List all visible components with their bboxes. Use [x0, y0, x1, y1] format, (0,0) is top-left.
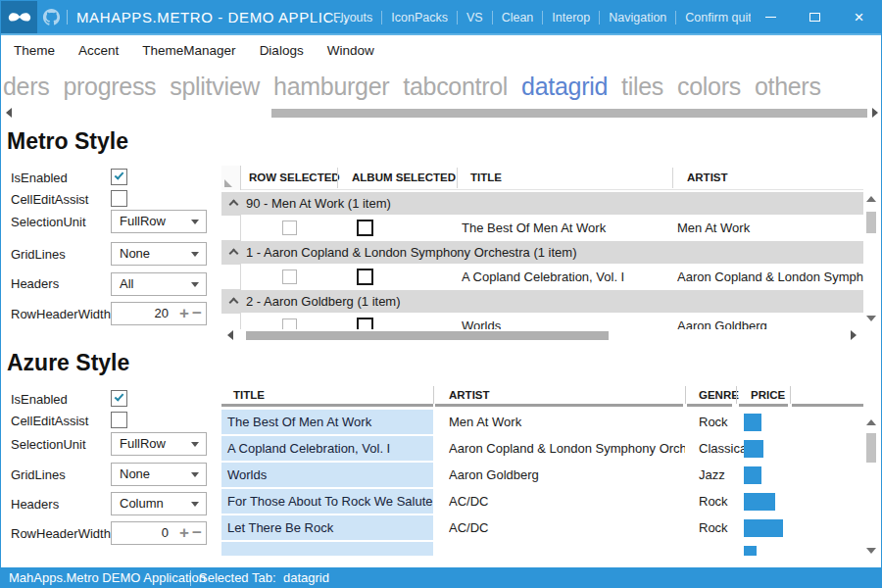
column-header-title[interactable]: TITLE	[221, 383, 433, 407]
celleditassist-checkbox[interactable]	[111, 190, 127, 207]
tab-progress[interactable]: progress	[63, 73, 156, 101]
table-row[interactable]: Worlds Aaron Goldberg Jazz	[221, 463, 863, 489]
titlebar-menu-clean[interactable]: Clean	[493, 11, 543, 24]
row-selected-checkbox[interactable]	[282, 270, 297, 284]
table-row[interactable]: Let There Be Rock AC/DC Rock	[221, 515, 863, 542]
title-cell[interactable]	[221, 542, 433, 556]
title-cell[interactable]: Worlds	[462, 313, 667, 329]
column-header-artist[interactable]: ARTIST	[435, 383, 683, 407]
title-cell[interactable]: The Best Of Men At Work	[462, 215, 667, 241]
close-button[interactable]: ×	[837, 1, 881, 33]
genre-cell[interactable]: Classical	[699, 436, 750, 461]
title-cell[interactable]: Worlds	[221, 463, 433, 487]
tabstrip-scrollbar[interactable]	[2, 107, 882, 120]
scrollbar-thumb[interactable]	[866, 433, 876, 463]
genre-cell[interactable]: Rock	[699, 489, 728, 514]
album-selected-checkbox[interactable]	[357, 220, 373, 236]
stepper-value[interactable]: 20	[155, 303, 169, 324]
select-all-corner[interactable]	[221, 166, 241, 190]
menu-thememanager[interactable]: ThemeManager	[130, 43, 247, 58]
row-header[interactable]	[221, 264, 241, 290]
titlebar-menu-interop[interactable]: Interop	[543, 11, 599, 24]
minus-icon[interactable]: −	[192, 303, 202, 323]
headers-combobox[interactable]: Column	[111, 492, 207, 515]
album-selected-checkbox[interactable]	[357, 318, 373, 329]
title-cell[interactable]: The Best Of Men At Work	[221, 410, 433, 434]
gridlines-combobox[interactable]: None	[111, 242, 207, 266]
titlebar-menu-flyouts[interactable]: Flyouts	[324, 11, 381, 24]
scroll-right-arrow[interactable]	[851, 330, 857, 340]
titlebar-menu-iconpacks[interactable]: IconPacks	[382, 11, 457, 24]
row-header[interactable]	[221, 215, 241, 241]
genre-cell[interactable]: Rock	[699, 515, 728, 540]
group-row[interactable]: 2 - Aaron Goldberg (1 item)	[221, 290, 863, 313]
isenabled-checkbox[interactable]	[111, 169, 127, 185]
scroll-up-arrow[interactable]	[866, 419, 876, 425]
scroll-down-arrow[interactable]	[866, 548, 876, 554]
title-cell[interactable]: For Those About To Rock We Salute You	[221, 489, 433, 514]
column-header-empty[interactable]	[792, 383, 863, 407]
group-row[interactable]: 90 - Men At Work (1 item)	[221, 192, 863, 215]
stepper-value[interactable]: 0	[162, 522, 169, 544]
github-icon[interactable]	[42, 8, 61, 26]
gridlines-combobox[interactable]: None	[111, 463, 207, 486]
scroll-right-arrow[interactable]	[872, 108, 878, 118]
group-row[interactable]: 1 - Aaron Copland & London Symphony Orch…	[221, 241, 863, 264]
table-row[interactable]: The Best Of Men At Work Men At Work	[221, 215, 863, 241]
table-row[interactable]: A Copland Celebration, Vol. I Aaron Copl…	[221, 436, 863, 463]
column-header-price[interactable]: PRICE	[739, 383, 788, 407]
table-row-partial[interactable]	[221, 542, 863, 556]
scrollbar-thumb[interactable]	[271, 109, 867, 118]
artist-cell[interactable]: Aaron Copland & London Symphony Orchestr…	[449, 436, 685, 461]
scroll-left-arrow[interactable]	[227, 330, 233, 340]
album-selected-checkbox[interactable]	[357, 269, 373, 285]
maximize-button[interactable]	[793, 1, 837, 33]
tab-tabcontrol[interactable]: tabcontrol	[403, 73, 508, 101]
menu-accent[interactable]: Accent	[67, 43, 130, 58]
artist-cell[interactable]: Aaron Copland & London Symphony Orchestr…	[677, 264, 863, 290]
tab-tiles[interactable]: tiles	[621, 73, 663, 101]
horizontal-scrollbar[interactable]	[221, 329, 863, 342]
artist-cell[interactable]: Men At Work	[677, 215, 863, 241]
row-selected-checkbox[interactable]	[282, 318, 297, 329]
minimize-button[interactable]	[749, 1, 793, 33]
tab-others[interactable]: others	[755, 73, 821, 101]
artist-cell[interactable]: Men At Work	[449, 410, 685, 434]
table-row-partial[interactable]: Worlds Aaron Goldberg	[221, 313, 863, 329]
artist-cell[interactable]: AC/DC	[449, 489, 685, 514]
menu-theme[interactable]: Theme	[2, 43, 67, 58]
row-selected-checkbox[interactable]	[282, 220, 297, 235]
scroll-left-arrow[interactable]	[6, 108, 12, 118]
title-cell[interactable]: A Copland Celebration, Vol. I	[221, 436, 433, 461]
genre-cell[interactable]: Rock	[699, 410, 728, 434]
titlebar-menu-confirm-quit[interactable]: Confirm quit	[676, 11, 751, 24]
column-header-title[interactable]: TITLE	[457, 166, 502, 190]
table-row[interactable]: The Best Of Men At Work Men At Work Rock	[221, 410, 863, 436]
title-cell[interactable]: A Copland Celebration, Vol. I	[462, 264, 667, 290]
tab-splitview[interactable]: splitview	[170, 73, 260, 101]
artist-cell[interactable]: Aaron Goldberg	[449, 463, 685, 487]
genre-cell[interactable]: Jazz	[699, 463, 725, 487]
artist-cell[interactable]: Aaron Goldberg	[677, 313, 863, 329]
menu-dialogs[interactable]: Dialogs	[248, 43, 316, 58]
titlebar-menu-navigation[interactable]: Navigation	[600, 11, 675, 24]
azure-vertical-scrollbar[interactable]	[864, 416, 878, 560]
table-row[interactable]: A Copland Celebration, Vol. I Aaron Copl…	[221, 264, 863, 290]
celleditassist-checkbox[interactable]	[111, 412, 127, 428]
column-header-album-selected[interactable]: ALBUM SELECTED	[337, 166, 456, 190]
menu-window[interactable]: Window	[316, 43, 386, 58]
scroll-up-arrow[interactable]	[866, 196, 876, 202]
selectionunit-combobox[interactable]: FullRow	[111, 210, 207, 233]
column-header-row-selected[interactable]: ROW SELECTED	[241, 166, 340, 190]
titlebar-menu-vs[interactable]: VS	[458, 11, 492, 24]
rowheaderwidth-stepper[interactable]: 0 + −	[111, 521, 207, 545]
scrollbar-thumb[interactable]	[866, 212, 876, 233]
minus-icon[interactable]: −	[192, 522, 202, 543]
scroll-down-arrow[interactable]	[866, 316, 876, 321]
metro-vertical-scrollbar[interactable]	[864, 192, 878, 327]
plus-icon[interactable]: +	[179, 522, 189, 543]
row-header[interactable]	[221, 313, 241, 329]
isenabled-checkbox[interactable]	[111, 390, 127, 407]
tab-datagrid[interactable]: datagrid	[521, 73, 608, 101]
artist-cell[interactable]: AC/DC	[449, 515, 685, 540]
